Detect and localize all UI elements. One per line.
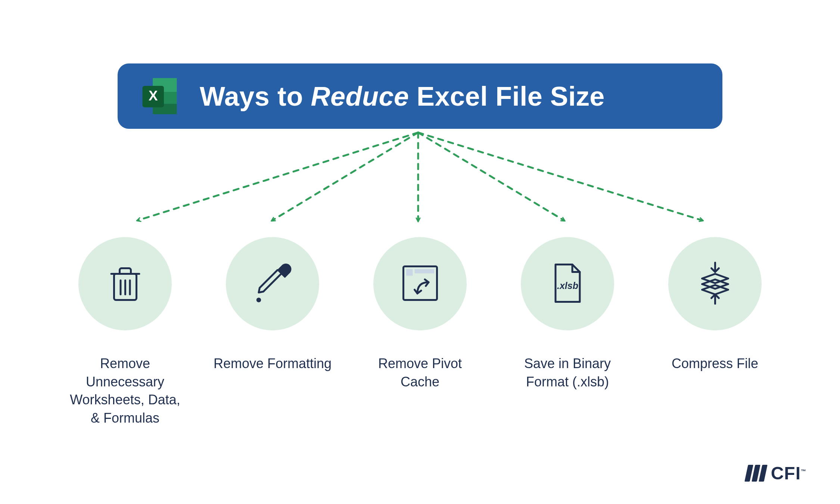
compress-icon [692,260,738,308]
svg-line-8 [418,133,564,220]
icon-circle [373,237,467,330]
trash-icon [102,260,149,308]
item-label: Save in Binary Format (.xlsb) [508,355,627,391]
item-save-binary: .xlsb Save in Binary Format (.xlsb) [521,237,614,427]
page-title: Ways to Reduce Excel File Size [200,81,605,112]
icon-circle [668,237,762,330]
title-suffix: Excel File Size [409,81,604,111]
icon-circle [78,237,172,330]
item-label: Compress File [655,355,775,373]
pivot-icon [397,260,444,308]
item-remove-worksheets: Remove Unnecessary Worksheets, Data, & F… [78,237,172,427]
title-emphasis: Reduce [311,81,409,111]
eyedropper-icon [249,260,296,308]
svg-line-9 [418,133,702,220]
svg-text:X: X [149,88,158,103]
items-row: Remove Unnecessary Worksheets, Data, & F… [0,237,840,427]
item-label: Remove Unnecessary Worksheets, Data, & F… [65,355,185,427]
brand-name: CFI™ [771,463,806,483]
excel-icon: X [138,75,181,118]
item-label: Remove Pivot Cache [360,355,480,391]
svg-rect-16 [406,269,413,276]
item-label: Remove Formatting [213,355,332,373]
icon-circle [226,237,319,330]
svg-point-14 [256,298,261,302]
title-prefix: Ways to [200,81,311,111]
svg-line-6 [273,133,418,220]
item-remove-formatting: Remove Formatting [226,237,319,427]
cfi-logo: CFI™ [746,463,806,483]
file-xlsb-icon: .xlsb [544,260,591,308]
item-remove-pivot-cache: Remove Pivot Cache [373,237,467,427]
logo-bars-icon [744,465,768,482]
item-compress-file: Compress File [668,237,762,427]
svg-line-5 [138,133,418,220]
icon-circle: .xlsb [521,237,614,330]
svg-rect-17 [414,269,434,273]
title-banner: X Ways to Reduce Excel File Size [118,63,722,129]
file-ext-label: .xlsb [557,280,578,290]
